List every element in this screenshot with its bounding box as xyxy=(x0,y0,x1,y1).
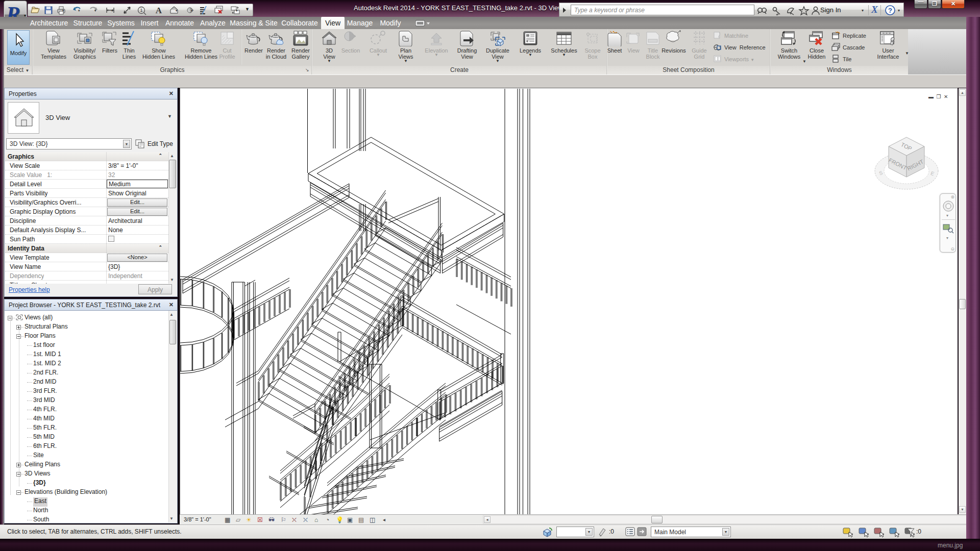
svg-text:?: ? xyxy=(888,7,892,14)
svg-text:1: 1 xyxy=(140,8,142,13)
svg-text:A: A xyxy=(156,6,162,15)
